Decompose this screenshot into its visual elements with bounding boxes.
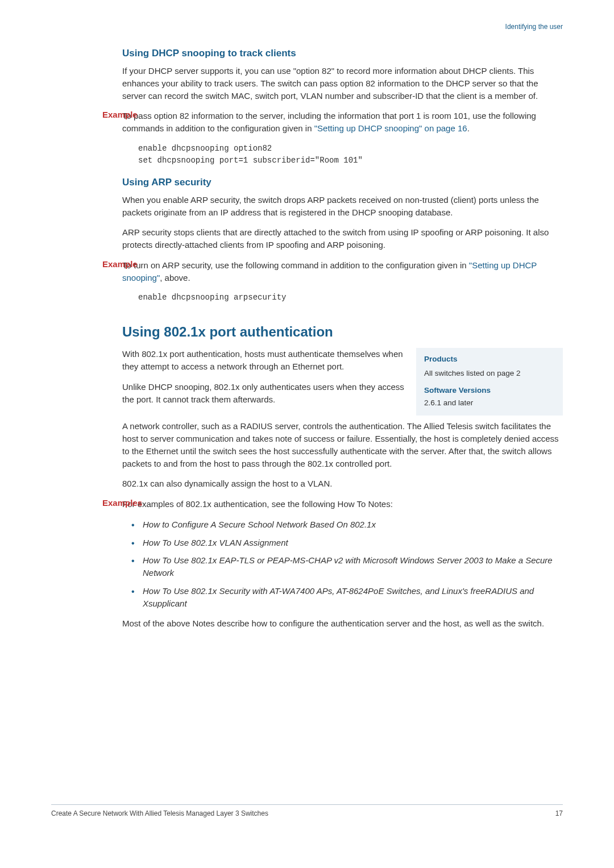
example-2-text-a: To turn on ARP security, use the followi… <box>122 260 469 270</box>
code-line-1b: set dhcpsnooping port=1 subscriberid="Ro… <box>138 155 563 167</box>
8021x-para5: Most of the above Notes describe how to … <box>122 617 563 630</box>
arp-para2: ARP security stops clients that are dire… <box>122 226 563 251</box>
list-item: How To Use 802.1x Security with AT-WA740… <box>134 585 563 610</box>
heading-arp-security: Using ARP security <box>122 177 563 188</box>
list-item: How To Use 802.1x EAP-TLS or PEAP-MS-CHA… <box>134 554 563 579</box>
example-2-text: To turn on ARP security, use the followi… <box>122 259 563 284</box>
code-block-2: enable dhcpsnooping arpsecurity <box>138 292 563 304</box>
products-box: Products All switches listed on page 2 S… <box>416 348 563 416</box>
examples-label: Examples <box>102 498 165 508</box>
example-label-2: Example <box>102 259 165 269</box>
heading-8021x: Using 802.1x port authentication <box>122 324 563 340</box>
list-item: How to Configure A Secure School Network… <box>134 518 563 531</box>
examples-intro: For examples of 802.1x authentication, s… <box>122 498 563 510</box>
software-versions-heading: Software Versions <box>424 385 555 396</box>
8021x-para3: A network controller, such as a RADIUS s… <box>122 420 563 470</box>
example-1-text-b: . <box>467 123 470 133</box>
example-1-text: To pass option 82 information to the ser… <box>122 110 563 135</box>
8021x-para4: 802.1x can also dynamically assign the h… <box>122 477 563 490</box>
footer-title: Create A Secure Network With Allied Tele… <box>51 809 268 817</box>
arp-para1: When you enable ARP security, the switch… <box>122 194 563 219</box>
page-footer: Create A Secure Network With Allied Tele… <box>51 804 563 817</box>
dhcp-option82-para1: If your DHCP server supports it, you can… <box>122 65 563 102</box>
example-label-1: Example <box>102 110 165 119</box>
code-block-1: enable dhcpsnooping option82 set dhcpsno… <box>138 143 563 167</box>
footer-page-number: 17 <box>555 809 563 817</box>
code-line-2a: enable dhcpsnooping arpsecurity <box>138 292 563 304</box>
code-line-1a: enable dhcpsnooping option82 <box>138 143 563 155</box>
list-item: How To Use 802.1x VLAN Assignment <box>134 537 563 549</box>
example-2-text-b: , above. <box>160 273 190 283</box>
examples-list: How to Configure A Secure School Network… <box>122 518 563 610</box>
heading-dhcp-option82: Using DHCP snooping to track clients <box>122 48 563 59</box>
page-header-section: Identifying the user <box>51 23 563 31</box>
products-line1: All switches listed on page 2 <box>424 368 555 379</box>
link-setting-up-dhcp-1[interactable]: "Setting up DHCP snooping" on page 16 <box>314 123 467 133</box>
software-versions-line: 2.6.1 and later <box>424 397 555 409</box>
products-heading: Products <box>424 354 555 365</box>
